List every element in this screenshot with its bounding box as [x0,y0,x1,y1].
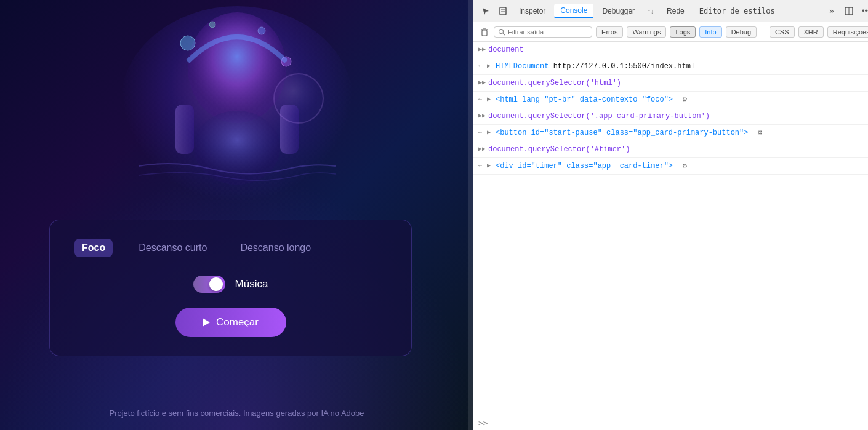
play-icon [203,318,210,327]
tab-debugger[interactable]: Debugger [596,4,641,18]
robot-illustration [139,12,336,197]
console-line: ▶▶ document [473,42,868,58]
filter-css[interactable]: CSS [770,26,795,38]
back-arrow[interactable]: ← [478,160,487,172]
start-button[interactable]: Começar [175,308,286,337]
console-line: ← ▶ <div id="timer" class="app__card-tim… [473,158,868,175]
console-input-line: >> [473,415,868,430]
footer-text: Projeto fictício e sem fins comerciais. … [0,408,473,418]
expand-icon[interactable]: ▶▶ [478,110,487,122]
filter-warnings[interactable]: Warnings [627,26,666,38]
svg-point-17 [499,29,504,33]
app-card: Foco Descanso curto Descanso longo Músic… [49,220,412,356]
svg-rect-9 [500,7,506,15]
more-icon[interactable]: » [824,4,839,18]
console-text: HTMLDocument http://127.0.0.1:5500/index… [496,60,868,73]
filter-logs[interactable]: Logs [670,26,696,38]
overflow-menu-icon[interactable]: ••• [859,4,868,18]
svg-point-8 [274,74,323,123]
forward-arrow[interactable]: ▶ [487,160,496,172]
console-text: document.querySelector('#timer') [488,143,868,156]
back-arrow[interactable]: ← [478,127,487,139]
page-icon[interactable] [496,4,510,18]
more-tools-button[interactable]: » [824,4,839,18]
hero-image-area [0,0,473,209]
app-scrollbar[interactable] [468,0,473,430]
gear-icon[interactable]: ⚙ [680,95,689,105]
tab-console[interactable]: Console [554,4,593,18]
console-line: ▶▶ document.querySelector('#timer') [473,141,868,158]
tab-descanso-curto[interactable]: Descanso curto [131,239,214,257]
console-prompt: >> [478,418,488,428]
console-line: ▶▶ document.querySelector('html') [473,75,868,92]
devtools-panel: Inspetor Console Debugger ↑↓ Rede Editor… [473,0,868,430]
back-arrow[interactable]: ← [478,94,487,106]
console-line: ▶▶ document.querySelector('.app_card-pri… [473,108,868,125]
tab-descanso-longo[interactable]: Descanso longo [233,239,318,257]
console-text: <html lang="pt-br" data-contexto="foco">… [496,94,868,106]
console-text: document [488,44,868,56]
expand-icon[interactable]: ▶▶ [478,77,487,89]
clear-console-icon[interactable] [478,25,490,39]
console-text: <button id="start-pause" class="app_card… [496,127,868,139]
hero-background [120,6,354,203]
start-button-label: Começar [216,316,259,328]
console-input[interactable] [491,418,868,427]
svg-rect-2 [175,105,194,154]
svg-point-0 [188,12,286,123]
split-icon[interactable] [842,4,856,18]
filter-debug[interactable]: Debug [726,26,757,38]
svg-rect-14 [482,30,487,36]
back-arrow[interactable]: ← [478,60,487,73]
filter-input-wrap [494,26,592,38]
filter-icon [498,28,505,36]
filter-requisicoes[interactable]: Requisições [827,26,868,38]
svg-point-7 [209,22,215,28]
forward-arrow[interactable]: ▶ [487,60,496,73]
devtools-toolbar: Inspetor Console Debugger ↑↓ Rede Editor… [473,0,868,22]
console-output: ▶▶ document ← ▶ HTMLDocument http://127.… [473,42,868,415]
filter-input[interactable] [508,28,582,36]
tab-rede[interactable]: Rede [661,4,691,18]
filter-info[interactable]: Info [699,26,721,38]
svg-point-6 [258,27,265,34]
gear-icon[interactable]: ⚙ [755,128,765,138]
console-text: document.querySelector('html') [488,77,868,89]
filter-xhr[interactable]: XHR [798,26,824,38]
tab-foco[interactable]: Foco [74,239,113,257]
console-line: ← ▶ <html lang="pt-br" data-contexto="fo… [473,92,868,108]
svg-line-18 [503,33,505,35]
gear-icon[interactable]: ⚙ [680,161,689,171]
arrows-icon: ↑↓ [643,4,658,18]
filter-bar: Erros Warnings Logs Info Debug CSS XHR R… [473,22,868,42]
app-tabs: Foco Descanso curto Descanso longo [74,239,387,257]
console-line: ← ▶ <button id="start-pause" class="app_… [473,125,868,141]
expand-icon[interactable]: ▶▶ [478,143,487,156]
filter-erros[interactable]: Erros [596,26,623,38]
tab-editor-estilos[interactable]: Editor de estilos [693,4,781,18]
svg-point-4 [180,36,195,50]
expand-icon[interactable]: ▶▶ [478,44,487,56]
tab-inspetor[interactable]: Inspetor [513,4,552,18]
toggle-knob [209,277,223,291]
music-label: Música [235,278,268,290]
music-toggle-row: Música [74,276,387,293]
console-text: <div id="timer" class="app__card-timer">… [496,160,868,172]
forward-arrow[interactable]: ▶ [487,94,496,106]
music-toggle[interactable] [193,276,225,293]
forward-arrow[interactable]: ▶ [487,127,496,139]
console-text: document.querySelector('.app_card-primar… [488,110,868,122]
app-panel: Foco Descanso curto Descanso longo Músic… [0,0,473,430]
cursor-icon[interactable] [478,4,493,18]
console-line: ← ▶ HTMLDocument http://127.0.0.1:5500/i… [473,58,868,75]
